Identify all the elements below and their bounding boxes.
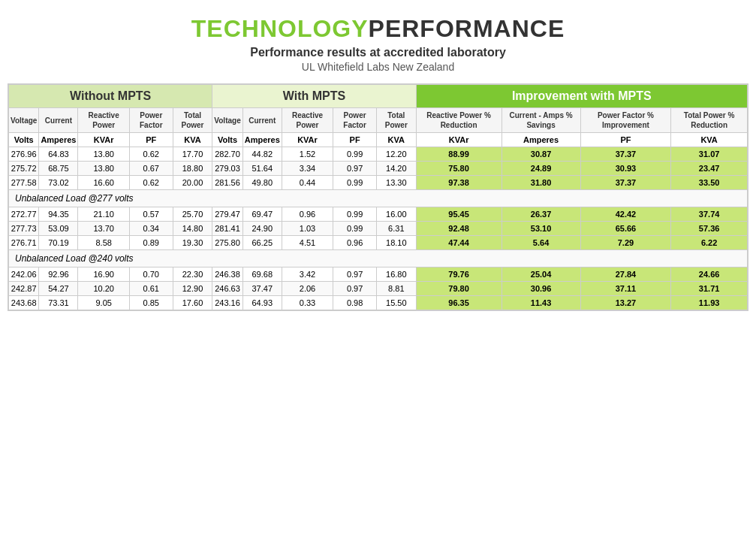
section-label-row: Unbalanced Load @240 volts — [9, 250, 748, 267]
with-mpts-header: With MPTS — [212, 85, 416, 108]
unit-kva-imp: KVA — [671, 133, 748, 147]
table-row: 272.7794.3521.100.5725.70279.4769.470.96… — [9, 207, 748, 222]
page-title: TECHNOLOGYPERFORMANCE — [191, 15, 565, 43]
unit-pf1: PF — [129, 133, 173, 147]
table-row: 276.7170.198.580.8919.30275.8066.254.510… — [9, 236, 748, 250]
subtitle: Performance results at accredited labora… — [250, 46, 506, 59]
table-row: 276.9664.8313.800.6217.70282.7044.821.52… — [9, 147, 748, 162]
unit-pf2: PF — [333, 133, 377, 147]
col-header-row: Voltage Current Reactive Power Power Fac… — [9, 108, 748, 133]
col-pf-improvement: Power Factor % Improvement — [580, 108, 671, 133]
table-row: 242.0692.9616.900.7022.30246.3869.683.42… — [9, 267, 748, 282]
unit-kvar-imp: KVAr — [416, 133, 501, 147]
table-row: 277.5873.0216.600.6220.00281.5649.800.44… — [9, 176, 748, 190]
subtitle2: UL Whitefield Labs New Zealand — [302, 61, 454, 73]
unit-volts1: Volts — [9, 133, 39, 147]
section-header-row: Without MPTS With MPTS Improvement with … — [9, 85, 748, 108]
col-voltage1: Voltage — [9, 108, 39, 133]
col-reactive2: Reactive Power — [282, 108, 333, 133]
section-label-row: Unbalanced Load @277 volts — [9, 190, 748, 207]
col-current1: Current — [39, 108, 78, 133]
col-current-savings: Current - Amps % Savings — [501, 108, 580, 133]
unit-amps1: Amperes — [39, 133, 78, 147]
unit-amps2: Amperes — [242, 133, 282, 147]
units-row: Volts Amperes KVAr PF KVA Volts Amperes … — [9, 133, 748, 147]
table-row: 243.6873.319.050.8517.60243.1664.930.330… — [9, 296, 748, 310]
unit-pf-imp: PF — [580, 133, 671, 147]
improvement-header: Improvement with MPTS — [416, 85, 747, 108]
table-row: 242.8754.2710.200.6112.90246.6337.472.06… — [9, 282, 748, 296]
unit-kvar1: KVAr — [78, 133, 129, 147]
col-reactive1: Reactive Power — [78, 108, 129, 133]
col-total-reduction: Total Power % Reduction — [671, 108, 748, 133]
col-voltage2: Voltage — [212, 108, 242, 133]
col-current2: Current — [242, 108, 282, 133]
table-row: 277.7353.0913.700.3414.80281.4124.901.03… — [9, 222, 748, 236]
unit-volts2: Volts — [212, 133, 242, 147]
col-total2: Total Power — [377, 108, 417, 133]
unit-kvar2: KVAr — [282, 133, 333, 147]
unit-kva1: KVA — [173, 133, 212, 147]
table-row: 275.7268.7513.800.6718.80279.0351.643.34… — [9, 162, 748, 176]
without-mpts-header: Without MPTS — [9, 85, 212, 108]
unit-kva2: KVA — [377, 133, 417, 147]
col-total1: Total Power — [173, 108, 212, 133]
performance-table: Without MPTS With MPTS Improvement with … — [8, 83, 748, 311]
unit-amps-imp: Amperes — [501, 133, 580, 147]
col-reactive-reduction: Reactive Power % Reduction — [416, 108, 501, 133]
col-pf1: Power Factor — [129, 108, 173, 133]
col-pf2: Power Factor — [333, 108, 377, 133]
